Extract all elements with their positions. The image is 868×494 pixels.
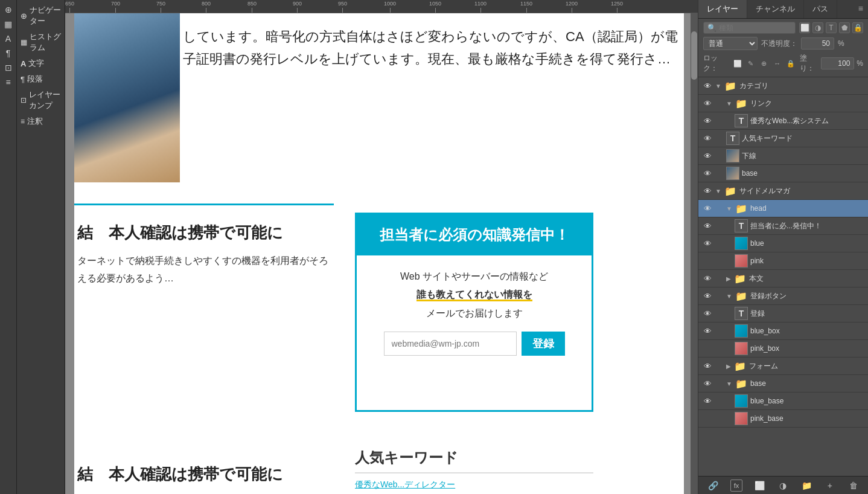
layer-visibility-toggle[interactable]: 👁 <box>702 98 713 109</box>
delete-layer-icon[interactable]: 🗑 <box>847 480 860 492</box>
layer-item[interactable]: 👁blue <box>698 235 868 252</box>
layer-visibility-toggle[interactable]: 👁 <box>702 80 713 91</box>
lock-art-icon[interactable]: ↔ <box>772 58 783 69</box>
tab-layers[interactable]: レイヤー <box>698 0 747 18</box>
layer-visibility-toggle[interactable]: 👁 <box>702 308 713 319</box>
layer-item[interactable]: 👁▼📁登録ボタン <box>698 287 868 305</box>
layer-item[interactable]: pink_base <box>698 410 868 428</box>
layer-item[interactable]: 👁▼📁カテゴリ <box>698 77 868 95</box>
layer-item[interactable]: 👁blue_base <box>698 393 868 410</box>
navigator-tool[interactable]: ⊕ <box>2 3 15 16</box>
layer-name-label: 登録ボタン <box>750 291 864 301</box>
layer-expand-icon[interactable]: ▼ <box>726 100 732 107</box>
layer-visibility-toggle[interactable]: 👁 <box>702 290 713 301</box>
eye-icon: 👁 <box>704 362 712 371</box>
layer-visibility-toggle[interactable]: 👁 <box>702 150 713 161</box>
layer-visibility-toggle[interactable]: 👁 <box>702 168 713 179</box>
mask-icon[interactable]: ⬜ <box>754 480 766 492</box>
layer-item[interactable]: 👁blue_box <box>698 322 868 340</box>
filter-pixel-icon[interactable]: ⬜ <box>799 22 810 33</box>
histogram-tool[interactable]: ▦ <box>2 18 15 31</box>
filter-adj-icon[interactable]: ◑ <box>812 22 823 33</box>
left-article: 結 本人確認は携帯で可能に ターネットで納税手続きしやすくすの機器を利用者がそろ… <box>74 213 334 290</box>
layer-comp-tool[interactable]: ⊡ <box>2 61 15 74</box>
layer-visibility-toggle[interactable]: 👁 <box>702 361 713 371</box>
layer-visibility-toggle[interactable] <box>702 255 713 266</box>
new-layer-icon[interactable]: + <box>824 480 836 492</box>
opacity-input[interactable] <box>801 37 834 50</box>
lock-move-icon[interactable]: ⊕ <box>759 58 770 69</box>
layer-expand-icon[interactable]: ▶ <box>726 363 731 370</box>
paragraph-label[interactable]: ¶ 段落 <box>17 72 65 86</box>
layer-visibility-toggle[interactable]: 👁 <box>702 133 713 144</box>
fx-icon[interactable]: fx <box>730 480 742 492</box>
layer-visibility-toggle[interactable]: 👁 <box>702 185 713 196</box>
layer-visibility-toggle[interactable]: 👁 <box>702 220 713 231</box>
layer-expand-icon[interactable]: ▼ <box>726 293 732 300</box>
layer-expand-icon[interactable]: ▼ <box>726 380 732 387</box>
notes-label[interactable]: ≡ 注釈 <box>17 114 65 129</box>
layer-visibility-toggle[interactable]: 👁 <box>702 378 713 389</box>
lock-pixels-icon[interactable]: ⬜ <box>732 58 743 69</box>
lock-all-icon[interactable]: 🔒 <box>785 58 796 69</box>
layer-expand-icon[interactable]: ▼ <box>715 188 721 194</box>
layer-item[interactable]: 👁T登録 <box>698 305 868 322</box>
text-label[interactable]: A 文字 <box>17 56 65 71</box>
layer-item[interactable]: pink_box <box>698 340 868 358</box>
layer-thumbnail: T <box>735 114 748 127</box>
layer-expand-icon[interactable]: ▼ <box>715 83 721 89</box>
popular-link[interactable]: 優秀なWeb...ディレクター <box>355 480 593 490</box>
layer-item[interactable]: 👁▼📁リンク <box>698 95 868 112</box>
layer-visibility-toggle[interactable]: 👁 <box>702 273 713 284</box>
lock-position-icon[interactable]: ✎ <box>745 58 756 69</box>
filter-search-box[interactable]: 🔍 <box>703 22 796 34</box>
panel-expand-icon[interactable]: ≡ <box>854 0 868 18</box>
layer-item[interactable]: 👁▶📁フォーム <box>698 358 868 375</box>
eye-icon: 👁 <box>704 82 712 91</box>
layer-visibility-toggle[interactable]: 👁 <box>702 326 713 336</box>
layer-item[interactable]: 👁T担当者に必...発信中！ <box>698 217 868 235</box>
layer-item[interactable]: 👁base <box>698 165 868 182</box>
layer-item[interactable]: 👁▼📁head <box>698 200 868 217</box>
link-layers-icon[interactable]: 🔗 <box>707 480 719 492</box>
layer-visibility-toggle[interactable]: 👁 <box>702 238 713 249</box>
adjustment-icon[interactable]: ◑ <box>777 480 789 492</box>
layer-item[interactable]: 👁T人気キーワード <box>698 130 868 147</box>
paragraph-tool[interactable]: ¶ <box>2 47 15 60</box>
register-button[interactable]: 登録 <box>522 332 565 356</box>
canvas-scrollbar[interactable] <box>691 13 698 494</box>
filter-text-icon[interactable]: T <box>826 22 837 33</box>
layer-item[interactable]: 👁下線 <box>698 147 868 165</box>
layer-item[interactable]: pink <box>698 252 868 270</box>
layer-visibility-toggle[interactable]: 👁 <box>702 396 713 406</box>
layer-thumbnail <box>735 237 748 250</box>
email-input[interactable] <box>384 332 517 356</box>
navigator-label[interactable]: ⊕ ナビゲーター <box>17 3 65 28</box>
folder-icon[interactable]: 📁 <box>800 480 812 492</box>
layer-visibility-toggle[interactable] <box>702 343 713 354</box>
layer-thumbnail <box>735 412 748 425</box>
filter-shape-icon[interactable]: ⬟ <box>839 22 850 33</box>
fill-input[interactable] <box>821 57 854 69</box>
canvas-scrollbar-thumb[interactable] <box>691 31 697 80</box>
tab-channels[interactable]: チャンネル <box>747 0 804 18</box>
blend-mode-select[interactable]: 普通 <box>703 37 758 50</box>
filter-smart-icon[interactable]: 🔒 <box>852 22 863 33</box>
layer-visibility-toggle[interactable]: 👁 <box>702 203 713 214</box>
notes-tool[interactable]: ≡ <box>2 75 15 89</box>
histogram-label[interactable]: ▦ ヒストグラム <box>17 30 65 55</box>
layer-visibility-toggle[interactable]: 👁 <box>702 115 713 126</box>
layer-item[interactable]: 👁▼📁base <box>698 375 868 393</box>
filter-input[interactable] <box>719 24 791 32</box>
layer-item[interactable]: 👁▶📁本文 <box>698 270 868 287</box>
layer-item[interactable]: 👁T優秀なWeb...索システム <box>698 112 868 130</box>
layer-expand-icon[interactable]: ▼ <box>726 205 732 212</box>
layercomp-label[interactable]: ⊡ レイヤーカンプ <box>17 88 65 113</box>
layer-expand-icon[interactable]: ▶ <box>726 275 731 282</box>
tab-paths[interactable]: パス <box>804 0 837 18</box>
layer-visibility-toggle[interactable] <box>702 413 713 424</box>
blue-divider-line <box>74 204 334 205</box>
eye-icon: 👁 <box>704 397 712 406</box>
layer-item[interactable]: 👁▼📁サイドメルマガ <box>698 182 868 200</box>
text-tool[interactable]: A <box>2 32 15 45</box>
